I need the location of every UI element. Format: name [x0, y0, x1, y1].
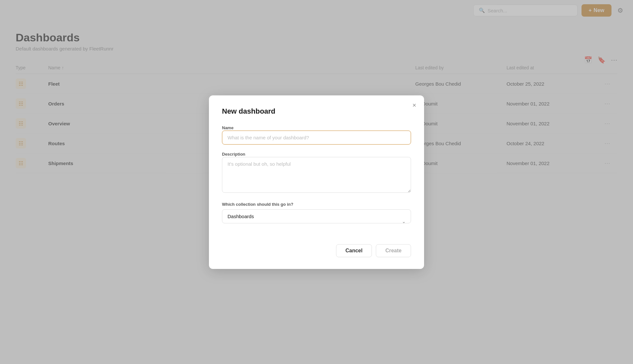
new-dashboard-modal: × New dashboard Name Description Which c…: [209, 95, 424, 269]
create-button[interactable]: Create: [376, 244, 411, 257]
modal-title: New dashboard: [222, 107, 411, 116]
description-label: Description: [222, 152, 245, 157]
name-label: Name: [222, 125, 233, 130]
cancel-button[interactable]: Cancel: [336, 244, 372, 257]
description-textarea[interactable]: [222, 157, 411, 193]
modal-close-button[interactable]: ×: [412, 102, 416, 108]
collection-select-wrapper: Dashboards ⌄: [222, 209, 411, 234]
collection-select[interactable]: Dashboards: [222, 209, 411, 223]
modal-footer: Cancel Create: [222, 244, 411, 257]
name-input[interactable]: [222, 131, 411, 145]
collection-label: Which collection should this go in?: [222, 202, 411, 207]
modal-overlay[interactable]: × New dashboard Name Description Which c…: [0, 0, 633, 364]
